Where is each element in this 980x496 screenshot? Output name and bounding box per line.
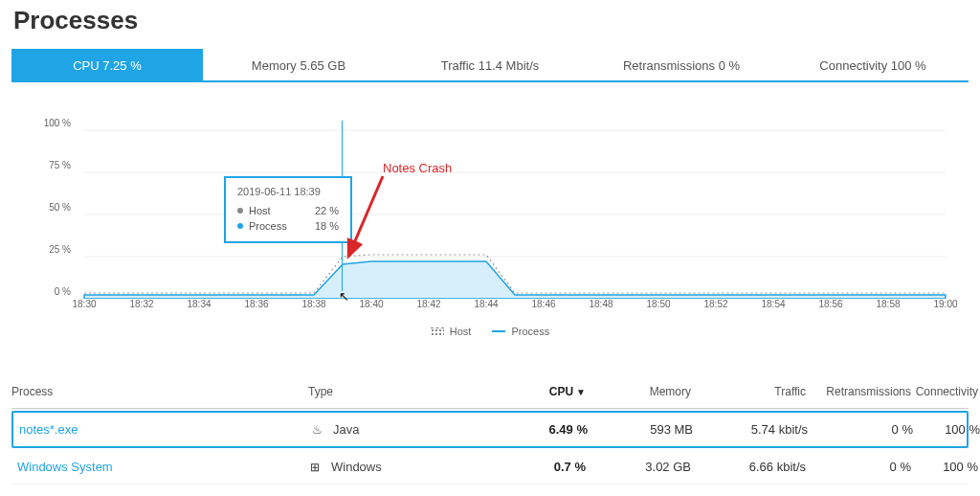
conn-cell: 100 % — [913, 422, 980, 437]
tab-retransmissions[interactable]: Retransmissions 0 % — [586, 49, 777, 82]
traffic-cell: 6.66 kbit/s — [691, 460, 806, 474]
retrans-cell: 0 % — [806, 460, 911, 474]
chart-legend: Host Process — [17, 326, 963, 345]
x-tick: 18:58 — [876, 299, 900, 309]
page-title: Processes — [11, 0, 969, 49]
metric-tabs: CPU 7.25 % Memory 5.65 GB Traffic 11.4 M… — [11, 49, 969, 82]
x-tick: 18:48 — [589, 299, 612, 309]
y-tick: 25 % — [36, 244, 71, 255]
process-link[interactable]: notes*.exe — [13, 422, 310, 437]
legend-process[interactable]: Process — [492, 326, 549, 337]
process-swatch-icon — [492, 330, 505, 332]
table-row[interactable]: notes*.exe ♨ Java 6.49 % 593 MB 5.74 kbi… — [11, 411, 969, 448]
table-row[interactable]: Windows System ⊞ Windows 0.7 % 3.02 GB 6… — [11, 450, 969, 485]
type-cell: ⊞ Windows — [308, 460, 500, 474]
x-tick: 18:54 — [761, 299, 785, 309]
windows-icon: ⊞ — [308, 461, 322, 474]
col-memory[interactable]: Memory — [586, 385, 691, 398]
x-tick: 18:32 — [129, 299, 153, 309]
col-type[interactable]: Type — [308, 385, 500, 398]
memory-cell: 3.02 GB — [586, 460, 691, 474]
cpu-cell: 6.49 % — [501, 422, 588, 437]
tooltip-host-value: 22 % — [315, 205, 339, 216]
x-tick: 18:52 — [703, 299, 727, 309]
chart-tooltip: 2019-06-11 18:39 Host 22 % Process 18 % — [224, 176, 352, 243]
x-tick: 19:00 — [933, 299, 957, 309]
cpu-chart[interactable]: 100 % 75 % 50 % 25 % 0 % — [11, 100, 969, 349]
cursor-icon: ↖ — [339, 289, 349, 304]
tab-cpu[interactable]: CPU 7.25 % — [11, 49, 203, 82]
x-tick: 18:36 — [244, 299, 268, 309]
host-dot-icon — [237, 208, 243, 214]
annotation-notes-crash: Notes Crash — [383, 161, 452, 175]
tab-memory[interactable]: Memory 5.65 GB — [203, 49, 394, 82]
tooltip-time: 2019-06-11 18:39 — [237, 186, 339, 197]
conn-cell: 100 % — [911, 460, 978, 474]
x-tick: 18:40 — [359, 299, 383, 309]
x-tick: 18:38 — [301, 299, 325, 309]
y-tick: 50 % — [36, 202, 71, 213]
sort-desc-icon: ▼ — [576, 387, 586, 397]
y-tick: 75 % — [36, 160, 71, 170]
x-tick: 18:42 — [416, 299, 440, 309]
col-retransmissions[interactable]: Retransmissions — [806, 385, 911, 398]
cpu-cell: 0.7 % — [500, 460, 586, 474]
tooltip-process-value: 18 % — [315, 220, 339, 232]
x-tick: 18:34 — [187, 299, 211, 309]
type-cell: ♨ Java — [310, 422, 501, 437]
table-row[interactable]: Google Chrome ◌ Other 0.69 % 1.27 GB 11.… — [11, 485, 969, 496]
x-tick: 18:46 — [531, 299, 555, 309]
process-dot-icon — [237, 223, 243, 229]
y-tick: 0 % — [36, 286, 71, 297]
x-tick: 18:44 — [474, 299, 498, 309]
x-tick: 18:56 — [818, 299, 842, 309]
tooltip-process-label: Process — [249, 220, 287, 232]
col-cpu[interactable]: CPU▼ — [500, 385, 586, 398]
process-link[interactable]: Windows System — [11, 460, 308, 474]
chart-svg — [17, 107, 955, 299]
col-traffic[interactable]: Traffic — [691, 385, 806, 398]
x-tick: 18:30 — [72, 299, 96, 309]
traffic-cell: 5.74 kbit/s — [693, 422, 808, 437]
col-connectivity[interactable]: Connectivity — [911, 385, 978, 398]
process-table: Process Type CPU▼ Memory Traffic Retrans… — [11, 379, 969, 496]
table-header-row: Process Type CPU▼ Memory Traffic Retrans… — [11, 379, 969, 409]
legend-host[interactable]: Host — [431, 326, 472, 337]
y-tick: 100 % — [36, 118, 71, 128]
java-icon: ♨ — [310, 423, 323, 437]
host-swatch-icon — [431, 327, 444, 335]
col-process[interactable]: Process — [11, 385, 308, 398]
retrans-cell: 0 % — [808, 422, 913, 437]
tab-traffic[interactable]: Traffic 11.4 Mbit/s — [394, 49, 586, 82]
memory-cell: 593 MB — [588, 422, 693, 437]
x-tick: 18:50 — [646, 299, 670, 309]
tooltip-host-label: Host — [249, 205, 271, 216]
tab-connectivity[interactable]: Connectivity 100 % — [777, 49, 969, 82]
